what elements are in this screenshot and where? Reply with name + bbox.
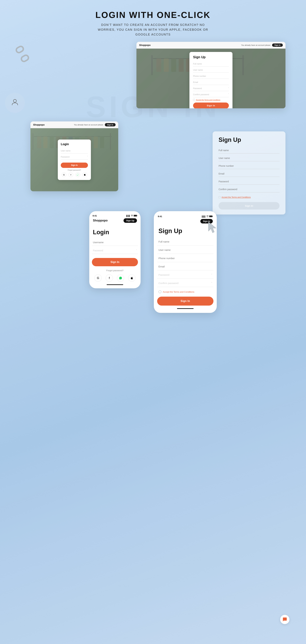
partial-password-input[interactable] (219, 178, 280, 185)
login-phone-nav: Shoppopo Sign Up (92, 217, 138, 226)
signup-phone-username[interactable] (157, 246, 213, 254)
svg-rect-29 (94, 136, 98, 148)
signup-phone-home-indicator (177, 308, 194, 309)
svg-rect-4 (151, 55, 153, 75)
login-phone-signup-badge[interactable]: Sign Up (124, 218, 137, 223)
browser-signin-btn[interactable]: Sign In (272, 44, 283, 47)
signup-phone-time: 9:41 (158, 215, 162, 218)
hero-title: LOGIN WITH ONE-CLICK (0, 10, 306, 20)
phone-number-field[interactable]: Phone number (193, 74, 229, 79)
user-icon (11, 98, 19, 108)
login-apple-icon[interactable] (128, 274, 136, 282)
login-whatsapp-icon[interactable] (117, 274, 124, 282)
login-phone-username-input[interactable] (92, 239, 138, 246)
browser-logo: Shoppopo (139, 44, 151, 46)
desktop-browser-signup: Shoppopo You already have an account ple… (137, 42, 286, 108)
signal-icon: ▌▌▌ (127, 215, 130, 217)
password-eye-icon[interactable]: ˇ (228, 87, 229, 90)
signup-phone-confirm-eye[interactable]: ˇ (211, 282, 212, 284)
svg-rect-9 (179, 58, 184, 72)
svg-rect-20 (37, 136, 41, 148)
chat-bubble[interactable] (280, 615, 290, 624)
signup-phone-email[interactable] (157, 263, 213, 270)
email-field[interactable]: Email (193, 80, 229, 85)
login-phone-status-icons: ▌▌▌ (127, 215, 137, 217)
confirm-password-field[interactable]: Confirm password ˇ (193, 92, 229, 97)
svg-rect-22 (50, 136, 54, 148)
partial-email-input[interactable] (219, 171, 280, 177)
partial-phone-input[interactable] (219, 163, 280, 169)
partial-signup-title: Sign Up (219, 136, 280, 143)
login-phone-logo: Shoppopo (93, 219, 108, 222)
login-phone-signin-btn[interactable]: Sign In (92, 258, 138, 266)
login-submit-btn[interactable]: Sign In (61, 162, 88, 168)
partial-terms-row: Accept the Terms and Conditions (219, 196, 280, 198)
login-browser-bar: Shoppopo You already have an account ple… (30, 122, 118, 128)
partial-terms-checkbox[interactable] (219, 196, 221, 198)
login-password-field[interactable]: Password ˇ (61, 154, 88, 160)
login-phone-time: 9:41 (93, 214, 97, 217)
forgot-password-link[interactable]: Forgot password? (61, 169, 88, 171)
battery-icon (134, 215, 137, 217)
full-name-field[interactable]: Full name (193, 62, 229, 66)
login-phone-forgot-pw[interactable]: Forgot password? (92, 269, 138, 272)
confirm-password-eye-icon[interactable]: ˇ (228, 94, 229, 96)
browser-content: Sign Up Full name User name Phone number… (137, 48, 286, 108)
signup-battery-icon (209, 215, 213, 218)
svg-rect-6 (156, 58, 161, 72)
signup-phone-confirm-label: Confirm password (158, 282, 178, 284)
signup-phone-terms-label: Accept the Terms and Conditions (163, 291, 194, 293)
signup-phone-password-eye[interactable]: ˇ (211, 274, 212, 276)
svg-marker-37 (208, 222, 216, 233)
signup-phone-fullname[interactable] (157, 238, 213, 246)
signup-phone-phone[interactable] (157, 254, 213, 262)
login-facebook-icon[interactable]: f (106, 274, 113, 282)
partial-terms-label: Accept the Terms and Conditions (222, 196, 251, 198)
login-browser-signin-btn[interactable]: Sign In (105, 123, 116, 126)
login-form-title: Login (61, 142, 88, 146)
login-password-eye-icon[interactable]: ˇ (87, 156, 88, 158)
signup-form-title: Sign Up (193, 55, 229, 59)
user-name-field[interactable]: User name (193, 68, 229, 73)
cursor-arrow-icon (207, 221, 220, 234)
partial-confirm-password-input[interactable] (219, 186, 280, 192)
login-phone-eye-icon[interactable]: ˇ (136, 249, 137, 252)
partial-fullname-input[interactable] (219, 147, 280, 154)
signup-phone-terms-row: Accept the Terms and Conditions (157, 288, 213, 295)
signup-signal-icon: ▌▌▌ (202, 216, 206, 218)
desktop-signup-form: Sign Up Full name User name Phone number… (189, 52, 232, 108)
login-google-icon[interactable]: G (94, 274, 102, 282)
google-icon[interactable]: G (62, 172, 66, 177)
signup-phone-password-label: Password (158, 274, 169, 276)
signup-phone-password-row: Password ˇ (157, 271, 213, 279)
login-phone-password-row: Password ˇ (92, 247, 138, 254)
login-phone-home-indicator (107, 284, 123, 285)
partial-username-input[interactable] (219, 155, 280, 161)
desktop-browser-login: Shoppopo You already have an account ple… (30, 122, 118, 191)
terms-checkbox-row: Accept the Terms and Conditions (193, 99, 229, 101)
terms-checkbox[interactable] (193, 99, 195, 101)
mobile-signup-phone: 9:41 ▌▌▌ Sign In Sign Up (154, 211, 217, 313)
desktop-login-form: Login User name Password ˇ Sign In Forgo… (58, 140, 91, 180)
signup-phone-submit-btn[interactable]: Sign In (157, 296, 213, 306)
login-username-field[interactable]: User name (61, 148, 88, 154)
facebook-icon[interactable]: f (69, 172, 73, 177)
mobile-section: 9:41 ▌▌▌ Shoppopo Sign Up Login Password… (0, 211, 306, 313)
whatsapp-icon[interactable] (76, 172, 80, 177)
svg-rect-8 (171, 58, 176, 72)
social-icons-row: G f (61, 172, 88, 177)
browser-nav-text: You already have an account please (241, 44, 270, 46)
signup-submit-btn[interactable]: Sign In (193, 102, 229, 108)
svg-rect-36 (209, 216, 212, 217)
apple-icon[interactable] (82, 172, 87, 177)
signup-phone-terms-checkbox[interactable] (158, 290, 161, 293)
password-field[interactable]: Password ˇ (193, 86, 229, 91)
hero-section: LOGIN WITH ONE-CLICK DON'T WANT TO CREAT… (0, 0, 306, 42)
partial-submit-btn[interactable]: Sign In (219, 202, 280, 210)
svg-rect-35 (212, 216, 213, 217)
login-phone-password-label: Password (93, 249, 103, 252)
mobile-login-phone: 9:41 ▌▌▌ Shoppopo Sign Up Login Password… (89, 211, 141, 288)
signup-phone-title: Sign Up (157, 225, 213, 238)
wifi-icon (131, 215, 133, 217)
svg-rect-21 (43, 136, 47, 148)
